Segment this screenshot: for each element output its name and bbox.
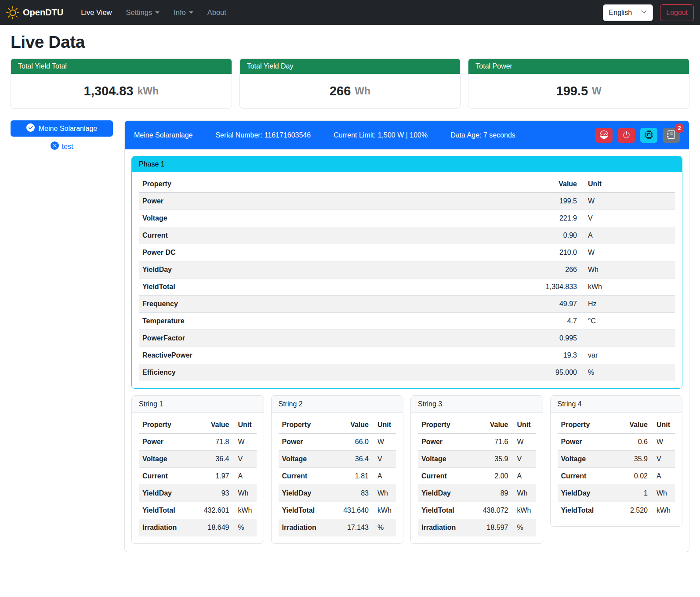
table-row: Current 1.81 A bbox=[279, 468, 396, 485]
property-value: 36.4 bbox=[192, 451, 233, 468]
event-log-icon bbox=[667, 130, 675, 140]
nav-item-info[interactable]: Info bbox=[167, 5, 199, 20]
table-row: Power 66.0 W bbox=[279, 434, 396, 451]
property-unit: kWh bbox=[512, 502, 536, 519]
event-count-badge: 2 bbox=[675, 123, 684, 133]
inverter-select-button[interactable]: Meine Solaranlage bbox=[11, 120, 113, 137]
inverter-item-test[interactable]: test bbox=[11, 141, 113, 152]
table-row: Power DC 210.0 W bbox=[139, 244, 675, 261]
property-unit: % bbox=[233, 519, 257, 536]
table-row: YieldDay 89 Wh bbox=[418, 485, 536, 502]
column-header-value: Value bbox=[403, 176, 580, 193]
table-row: Current 0.02 A bbox=[558, 468, 675, 485]
property-value: 49.97 bbox=[403, 296, 580, 313]
column-header-value: Value bbox=[331, 416, 372, 434]
property-unit: V bbox=[580, 210, 675, 227]
table-row: YieldTotal 2.520 kWh bbox=[558, 502, 675, 519]
property-label: ReactivePower bbox=[139, 347, 403, 364]
property-label: Voltage bbox=[139, 451, 192, 468]
table-row: Frequency 49.97 Hz bbox=[139, 296, 675, 313]
logout-button[interactable]: Logout bbox=[660, 4, 694, 21]
property-label: Irradiation bbox=[418, 519, 471, 536]
property-label: Voltage bbox=[279, 451, 331, 468]
property-label: Voltage bbox=[139, 210, 403, 227]
table-header-row: Property Value Unit bbox=[418, 416, 536, 434]
property-value: 2.00 bbox=[471, 468, 512, 485]
language-select[interactable]: English bbox=[603, 4, 653, 21]
phase-card-title: Phase 1 bbox=[132, 156, 682, 172]
device-info-button[interactable] bbox=[640, 128, 657, 143]
table-row: YieldDay 93 Wh bbox=[139, 485, 257, 502]
string-table: Property Value Unit Power 0.6 W Voltage … bbox=[558, 416, 675, 519]
property-value: 199.5 bbox=[403, 193, 580, 210]
property-value: 89 bbox=[471, 485, 512, 502]
summary-card-title: Total Power bbox=[468, 59, 689, 74]
column-header-property: Property bbox=[418, 416, 471, 434]
property-value: 83 bbox=[331, 485, 372, 502]
string-card-title: String 3 bbox=[411, 396, 543, 413]
property-unit: Wh bbox=[651, 485, 675, 502]
property-label: YieldDay bbox=[418, 485, 471, 502]
table-row: YieldDay 1 Wh bbox=[558, 485, 675, 502]
chevron-down-icon bbox=[641, 9, 647, 17]
property-value: 93 bbox=[192, 485, 233, 502]
property-unit: % bbox=[580, 364, 675, 381]
nav-item-settings[interactable]: Settings bbox=[120, 5, 166, 20]
property-value: 210.0 bbox=[403, 244, 580, 261]
brand[interactable]: OpenDTU bbox=[6, 6, 63, 19]
property-value: 35.9 bbox=[615, 451, 651, 468]
property-label: Power bbox=[279, 434, 331, 451]
property-label: YieldDay bbox=[139, 261, 403, 279]
property-label: Voltage bbox=[418, 451, 471, 468]
property-label: Efficiency bbox=[139, 364, 403, 381]
property-label: Current bbox=[418, 468, 471, 485]
property-label: Power bbox=[139, 193, 403, 210]
property-value: 19.3 bbox=[403, 347, 580, 364]
table-row: Current 2.00 A bbox=[418, 468, 536, 485]
property-label: YieldTotal bbox=[418, 502, 471, 519]
limit-settings-button[interactable] bbox=[595, 128, 613, 143]
power-button[interactable] bbox=[618, 128, 635, 143]
string-table: Property Value Unit Power 71.8 W Voltage… bbox=[139, 416, 257, 536]
property-unit: var bbox=[580, 347, 675, 364]
property-value: 36.4 bbox=[331, 451, 372, 468]
power-icon bbox=[622, 130, 631, 140]
navbar: OpenDTU Live View Settings Info About En… bbox=[0, 0, 700, 25]
property-value: 18.649 bbox=[192, 519, 233, 536]
nav-item-about[interactable]: About bbox=[201, 5, 232, 20]
column-header-value: Value bbox=[192, 416, 233, 434]
property-unit: Wh bbox=[512, 485, 536, 502]
property-unit: Wh bbox=[372, 485, 396, 502]
property-value: 1 bbox=[615, 485, 651, 502]
nav-item-live-view[interactable]: Live View bbox=[75, 5, 118, 20]
string-table: Property Value Unit Power 71.6 W Voltage… bbox=[418, 416, 536, 536]
column-header-property: Property bbox=[139, 416, 192, 434]
table-row: YieldDay 83 Wh bbox=[279, 485, 396, 502]
event-log-button[interactable]: 2 bbox=[663, 128, 680, 143]
string-card-1: String 1 Property Value Unit Power 71.8 … bbox=[131, 395, 264, 544]
inverter-serial: Serial Number: 116171603546 bbox=[215, 131, 311, 139]
sun-icon bbox=[6, 6, 19, 19]
summary-card-title: Total Yield Total bbox=[11, 59, 232, 74]
inverter-card-header: Meine Solaranlage Serial Number: 1161716… bbox=[125, 121, 689, 149]
property-unit: Hz bbox=[580, 296, 675, 313]
property-unit: A bbox=[233, 468, 257, 485]
property-value: 0.6 bbox=[615, 434, 651, 451]
string-card-title: String 1 bbox=[132, 396, 264, 413]
table-row: Power 199.5 W bbox=[139, 193, 675, 210]
property-unit: V bbox=[372, 451, 396, 468]
property-unit: % bbox=[372, 519, 396, 536]
property-unit: V bbox=[651, 451, 675, 468]
string-card-3: String 3 Property Value Unit Power 71.6 … bbox=[410, 395, 543, 544]
property-unit: V bbox=[512, 451, 536, 468]
table-row: Voltage 35.9 V bbox=[418, 451, 536, 468]
property-value: 18.597 bbox=[471, 519, 512, 536]
property-label: YieldDay bbox=[279, 485, 331, 502]
property-value: 0.02 bbox=[615, 468, 651, 485]
column-header-value: Value bbox=[471, 416, 512, 434]
property-unit: W bbox=[512, 434, 536, 451]
property-value: 1.97 bbox=[192, 468, 233, 485]
property-label: Power bbox=[558, 434, 615, 451]
property-unit: Wh bbox=[580, 261, 675, 279]
property-label: Irradiation bbox=[279, 519, 331, 536]
